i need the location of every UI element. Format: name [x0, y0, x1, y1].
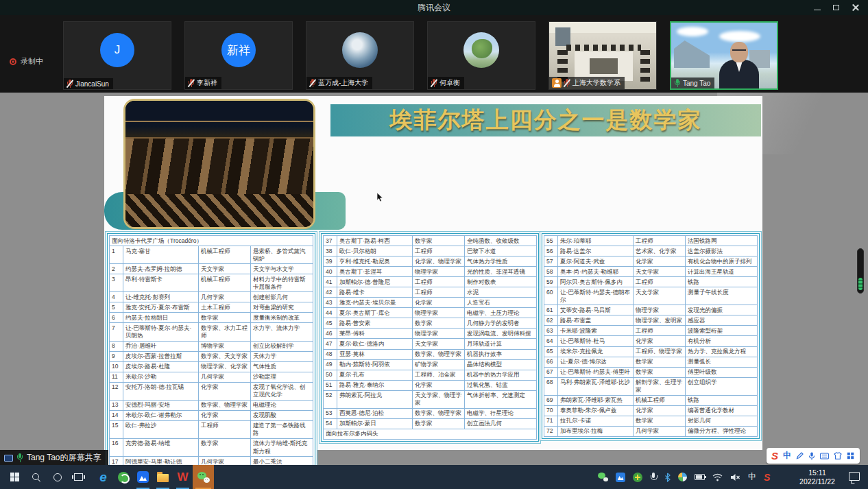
table-cell: 编著普通化学教材 — [686, 405, 758, 416]
minimize-icon[interactable] — [814, 10, 821, 10]
taskbar-file-explorer[interactable] — [153, 465, 173, 489]
table-cell: 天体力学 — [251, 351, 313, 361]
close-icon[interactable] — [852, 4, 859, 11]
voice-input-icon[interactable] — [808, 452, 815, 460]
taskbar-clock[interactable]: 15:11 2022/11/22 — [790, 468, 845, 486]
pen-icon[interactable] — [796, 452, 804, 460]
table-cell: 夏尔·孔布 — [337, 370, 413, 380]
sogou-logo-icon[interactable]: S — [771, 450, 778, 462]
avatar: J — [100, 33, 134, 67]
wechat-tray-icon[interactable] — [598, 473, 608, 481]
video-list-scrollbar[interactable] — [857, 248, 864, 294]
table-cell: 让-维克托·彭赛列 — [123, 292, 199, 302]
table-cell: 土木工程师 — [199, 302, 251, 313]
table-row: 46莱昂·傅科物理学家发现涡电流、发明傅科摆 — [324, 329, 537, 339]
tree-avatar — [463, 32, 499, 68]
maximize-icon[interactable] — [833, 5, 839, 10]
table-cell: 欧仁·贝尔格朗 — [337, 246, 413, 257]
participant-tile-jiancaisun[interactable]: J JiancaiSun — [63, 21, 171, 90]
volume-muted-icon[interactable] — [730, 473, 740, 481]
table-row: 7让-巴蒂斯特-夏尔·约瑟夫·贝朗热数学家、水力工程师水力学、流体力学 — [110, 323, 313, 341]
keyboard-icon[interactable] — [820, 453, 829, 460]
battery-icon[interactable] — [695, 474, 705, 480]
table-cell: 亚瑟·莫林 — [337, 349, 413, 359]
table-header: 面向特洛卡代罗广场（Trocadéro） — [110, 236, 313, 246]
participant-tile-shu-math-dept[interactable]: 上海大学数学系 — [548, 21, 657, 90]
table-row: 55朱尔·珀蒂耶工程师法国铁路网 — [544, 236, 758, 246]
table-cell: 62 — [544, 315, 558, 326]
table-cell: 2 — [110, 264, 123, 274]
table-cell: 天文学家 — [199, 264, 251, 274]
microphone-tray-icon[interactable] — [650, 473, 657, 482]
presentation-slide: 埃菲尔塔上四分之一是数学家 面向特洛卡代罗广场（Trocadéro） 1马克·塞… — [104, 96, 762, 450]
toolbox-grid-icon[interactable] — [847, 452, 854, 460]
table-cell: 42 — [324, 287, 337, 298]
participant-tile-hezhuoheng[interactable]: 何卓衡 — [427, 21, 535, 90]
cortana-button[interactable] — [47, 465, 68, 489]
table-trocadero-face: 面向特洛卡代罗广场（Trocadéro） 1马克·塞甘机械工程师悬索桥、多管式蒸… — [107, 233, 315, 489]
screen-share-banner: Tang Tao的屏幕共享 — [0, 450, 108, 466]
table-cell: 安托万-洛朗·德·拉瓦锡 — [123, 382, 199, 400]
taskbar-edge[interactable]: e — [93, 465, 113, 489]
table-row: 4让-维克托·彭赛列几何学家创建射影几何 — [110, 292, 313, 302]
table-cell: 博物学家 — [199, 341, 251, 351]
participant-tile-lixinxiang[interactable]: 新祥 李新祥 — [184, 21, 293, 90]
search-button[interactable] — [25, 465, 47, 489]
accelerator-tray-icon[interactable] — [633, 473, 642, 482]
ime-language-icon[interactable]: 中 — [783, 450, 791, 462]
table-cell: 拉扎尔·卡诺 — [558, 416, 634, 426]
table-cell: 物理学家 — [413, 308, 465, 318]
wifi-icon[interactable] — [712, 473, 723, 481]
taskbar-tencent-meeting[interactable] — [133, 465, 153, 489]
sogou-tray-icon[interactable]: S — [764, 472, 770, 483]
table-row: 53西莫恩·德尼·泊松数学家、物理学家电磁学、行星理论 — [324, 408, 537, 418]
table-cell: 72 — [544, 426, 558, 436]
table-row: 42路易·维卡工程师水泥 — [324, 287, 537, 298]
action-center-icon[interactable] — [849, 472, 860, 481]
table-row: 40奥古斯丁·菲涅耳物理学家光的性质、菲涅耳透镜 — [324, 267, 537, 277]
table-row: 38欧仁·贝尔格朗工程师巴黎下水道 — [324, 246, 537, 257]
taskbar-wps[interactable]: W — [173, 465, 193, 489]
mic-muted-icon — [309, 79, 316, 87]
table-cell: 安德烈-玛丽·安培 — [123, 400, 199, 410]
start-button[interactable] — [4, 465, 25, 489]
table-row: 6约瑟夫·拉格朗日数学家度量衡米制的改革 — [110, 313, 313, 323]
table-row: 56路易·达盖尔艺术家、化学家达盖尔摄影法 — [544, 246, 758, 257]
table-cell: 法国铁路网 — [686, 236, 758, 246]
taskbar-wechat[interactable] — [193, 465, 214, 489]
participant-tile-lanwancheng[interactable]: 蓝万成-上海大学 — [306, 21, 414, 90]
table-cell: 37 — [324, 236, 337, 246]
table-cell: 物理学家 — [413, 329, 465, 339]
taskbar-browser-360[interactable] — [113, 465, 133, 489]
mic-active-icon — [674, 79, 681, 87]
ime-indicator[interactable]: 中 — [748, 471, 756, 483]
table-cell: 66 — [544, 357, 558, 367]
system-buttons — [4, 465, 89, 489]
participant-name: JiancaiSun — [75, 80, 109, 88]
presenter-badge-icon — [552, 78, 562, 88]
table-cell: 50 — [324, 370, 337, 380]
participant-name: 李新祥 — [197, 78, 217, 88]
table-cell: 机器执行效率 — [465, 349, 537, 359]
windows-security-icon[interactable] — [678, 473, 687, 481]
task-view-button[interactable] — [68, 465, 89, 489]
bluetooth-icon[interactable] — [664, 473, 671, 482]
recording-indicator: 录制中 — [10, 56, 43, 67]
meeting-tray-icon[interactable] — [616, 473, 625, 482]
skin-icon[interactable] — [834, 452, 842, 460]
table-cell: 3 — [110, 274, 123, 292]
table-row: 13安德烈-玛丽·安培数学家、物理学家电磁理论 — [110, 400, 313, 410]
table-row: 67让·巴蒂斯特·约瑟夫·傅里叶数学家傅里叶级数 — [544, 367, 758, 377]
table-cell: 艺术家、化学家 — [634, 246, 686, 257]
table-row: 10皮埃尔·路易·杜隆物理学家、化学家气体性质 — [110, 361, 313, 372]
folder-icon — [157, 474, 169, 482]
table-cell: 天文学与水文学 — [251, 264, 313, 274]
table-cell: 射影几何 — [686, 416, 758, 426]
table-cell: 10 — [110, 361, 123, 372]
table-cell: 让·巴蒂斯特·约瑟夫·德朗布尔 — [558, 287, 634, 305]
table-cell: 工程师 — [634, 326, 686, 336]
table-cell: 数学家 — [199, 313, 251, 323]
table-cell: 天文学家 — [634, 267, 686, 277]
participant-tile-tangtao[interactable]: Tang Tao — [670, 21, 778, 90]
participant-label: Tang Tao — [671, 77, 714, 88]
